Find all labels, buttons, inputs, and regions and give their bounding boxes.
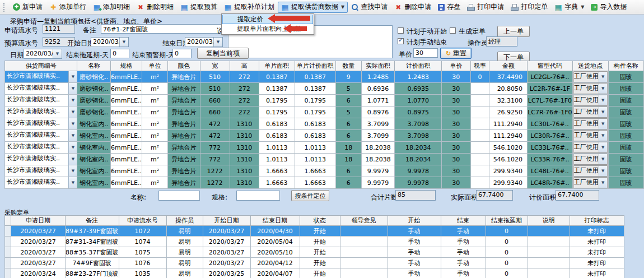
- menu-item-round-up-area[interactable]: 提取单片面积向上取整: [222, 24, 313, 34]
- combo-arrow-icon[interactable]: ▼: [68, 118, 77, 129]
- add-detail-button[interactable]: 添加明细: [90, 2, 133, 13]
- delivery-location-cell[interactable]: 工厂使用▼: [572, 165, 608, 177]
- delivery-location-cell[interactable]: 工厂使用▼: [572, 177, 608, 189]
- save-button[interactable]: 存盘: [435, 2, 464, 13]
- supplier-cell[interactable]: 长沙市潇湘玻璃实..▼: [5, 130, 77, 142]
- combo-arrow-icon[interactable]: ▼: [68, 71, 77, 82]
- remark-field[interactable]: 76#1-2F窗固玻: [101, 24, 222, 34]
- filter-spec-input[interactable]: [236, 191, 280, 201]
- table-row[interactable]: 长沙市潇湘玻璃实..▼磨砂钢化..6mmFLE..m²异地合片6602720.1…: [5, 95, 644, 106]
- combo-arrow-icon[interactable]: ▼: [599, 84, 607, 94]
- column-header[interactable]: 单片计价面积: [295, 61, 335, 71]
- extract-supplement-plan-button[interactable]: 提取补单计划: [221, 2, 278, 13]
- warn-field[interactable]: 0: [172, 49, 192, 58]
- column-header[interactable]: 领导意见: [340, 216, 388, 226]
- print-order-button[interactable]: 打印定单: [507, 2, 551, 13]
- column-header[interactable]: 金额: [489, 61, 528, 71]
- delivery-location-cell[interactable]: 工厂使用▼: [572, 95, 608, 106]
- add-row-button[interactable]: 添加单行: [46, 2, 90, 13]
- delivery-location-cell[interactable]: 工厂使用▼: [572, 142, 608, 154]
- column-header[interactable]: 高: [230, 61, 259, 71]
- supplier-cell[interactable]: 长沙市潇湘玻璃实..▼: [5, 95, 77, 106]
- table-row[interactable]: 2020/03/2488#23-27F门顶玻1035易明2020/03/2520…: [5, 268, 624, 278]
- reset-button[interactable]: ↻ 重置: [440, 48, 472, 59]
- manual-start-checkbox[interactable]: [398, 27, 404, 34]
- column-header[interactable]: 状态: [300, 216, 340, 226]
- supplier-cell[interactable]: 长沙市潇湘玻璃实..▼: [5, 71, 77, 83]
- combo-arrow-icon[interactable]: ▼: [599, 178, 607, 188]
- combo-arrow-icon[interactable]: ▼: [68, 83, 77, 94]
- column-header[interactable]: 打印标志: [570, 216, 624, 226]
- table-row[interactable]: 2020/03/2788#35-37F窗固玻1075易明2020/03/2720…: [5, 247, 624, 258]
- chevron-down-icon[interactable]: ▼: [213, 38, 222, 47]
- table-row[interactable]: 2020/03/2787#31-34F窗固玻1074易明2020/03/2720…: [5, 237, 624, 247]
- combo-arrow-icon[interactable]: ▼: [68, 95, 77, 106]
- combo-arrow-icon[interactable]: ▼: [599, 72, 607, 82]
- table-row[interactable]: 2020/03/2789#37-39F窗固玻1072易明2020/03/2720…: [5, 226, 624, 237]
- combo-arrow-icon[interactable]: ▼: [68, 165, 77, 177]
- start-date-combo[interactable]: 2020/03/21 ▼: [91, 37, 129, 47]
- extract-supplier-data-button[interactable]: 提取供货商数据▼: [278, 2, 348, 13]
- delete-detail-button[interactable]: 删除明细: [133, 2, 177, 13]
- column-header[interactable]: 颜色: [168, 61, 200, 71]
- delivery-location-cell[interactable]: 工厂使用▼: [572, 154, 608, 165]
- combo-arrow-icon[interactable]: ▼: [68, 177, 77, 188]
- copy-current-button[interactable]: 复制当前项: [197, 48, 249, 59]
- combo-arrow-icon[interactable]: ▼: [599, 131, 607, 141]
- supplier-cell[interactable]: 长沙市潇湘玻璃实..▼: [5, 177, 77, 189]
- combo-arrow-icon[interactable]: ▼: [68, 142, 77, 153]
- dictionary-button[interactable]: 字典▼: [551, 2, 587, 13]
- table-row[interactable]: 长沙市潇湘玻璃实..▼钢化室内..6mmFLE..m²异地合片127213101…: [5, 177, 644, 189]
- column-header[interactable]: 单价: [441, 61, 470, 71]
- column-header[interactable]: 构件名称: [608, 61, 643, 71]
- supplier-cell[interactable]: 长沙市潇湘玻璃实..▼: [5, 106, 77, 118]
- column-header[interactable]: 实际面积: [361, 61, 395, 71]
- table-row[interactable]: 长沙市潇湘玻璃实..▼钢化室内..6mmFLE..m²异地合片77213101.…: [5, 142, 644, 154]
- column-header[interactable]: 操作员: [166, 216, 203, 226]
- chevron-down-icon[interactable]: ▼: [119, 38, 128, 47]
- date-combo[interactable]: 2020/03/31 ▼: [24, 49, 62, 59]
- column-header[interactable]: 供货商编号: [5, 61, 77, 71]
- column-header[interactable]: 数量: [335, 61, 361, 71]
- combo-arrow-icon[interactable]: ▼: [599, 107, 607, 117]
- menu-item-extract-pricing[interactable]: 提取定价: [222, 15, 313, 24]
- table-row[interactable]: 长沙市潇湘玻璃实..▼钢化室内..6mmFLE..m²异地合片47213100.…: [5, 130, 644, 142]
- column-header[interactable]: 结束拖延期: [486, 216, 528, 226]
- table-row[interactable]: 长沙市潇湘玻璃实..▼钢化室内..6mmFLE..m²异地合片127213101…: [5, 165, 644, 177]
- toolbar-grip[interactable]: [3, 3, 7, 12]
- extract-budget-button[interactable]: 提取预算: [177, 2, 221, 13]
- import-data-button[interactable]: 导入数据: [587, 2, 630, 13]
- column-header[interactable]: 单片面积: [259, 61, 295, 71]
- table-row[interactable]: 2020/03/2774#9F窗固玻1076易明2020/03/272020/0…: [5, 258, 624, 268]
- generate-order-checkbox[interactable]: [450, 27, 456, 34]
- column-header[interactable]: 单位: [142, 61, 167, 71]
- chevron-down-icon[interactable]: ▼: [53, 49, 62, 58]
- table-row[interactable]: 长沙市潇湘玻璃实..▼磨砂钢化..6mmFLE..m²异地合片5102720.1…: [5, 71, 644, 83]
- column-header[interactable]: 结束: [441, 216, 486, 226]
- delivery-location-cell[interactable]: 工厂使用▼: [572, 106, 608, 118]
- previous-order-button[interactable]: 上一单: [497, 26, 530, 37]
- supplier-cell[interactable]: 长沙市潇湘玻璃实..▼: [5, 154, 77, 165]
- filter-name-input[interactable]: [158, 191, 200, 201]
- column-header[interactable]: 名称: [77, 61, 111, 71]
- end-date-combo[interactable]: 2020/03/28 ▼: [185, 37, 223, 47]
- combo-arrow-icon[interactable]: ▼: [68, 106, 77, 118]
- combo-arrow-icon[interactable]: ▼: [68, 130, 77, 141]
- supplier-cell[interactable]: 长沙市潇湘玻璃实..▼: [5, 118, 77, 130]
- combo-arrow-icon[interactable]: ▼: [68, 154, 77, 165]
- table-row[interactable]: 长沙市潇湘玻璃实..▼磨砂钢化..6mmFLE..m²异地合片5102720.1…: [5, 83, 644, 95]
- table-row[interactable]: 长沙市潇湘玻璃实..▼钢化室内..6mmFLE..m²异地合片77213101.…: [5, 154, 644, 165]
- column-header[interactable]: 窗型代码: [528, 61, 572, 71]
- delivery-location-cell[interactable]: 工厂使用▼: [572, 130, 608, 142]
- combo-arrow-icon[interactable]: ▼: [599, 154, 607, 164]
- column-header[interactable]: 规格: [111, 61, 142, 71]
- apply-no-field[interactable]: 1121: [43, 24, 75, 34]
- column-header[interactable]: 说明: [528, 216, 570, 226]
- column-header[interactable]: 开始: [388, 216, 441, 226]
- column-header[interactable]: 税率: [470, 61, 489, 71]
- column-header[interactable]: 结束日期: [250, 216, 300, 226]
- table-row[interactable]: 长沙市潇湘玻璃实..▼磨砂钢化..6mmFLE..m²异地合片6602720.1…: [5, 106, 644, 118]
- column-header[interactable]: 申请流水号: [119, 216, 166, 226]
- delete-request-button[interactable]: 删除申请: [391, 2, 435, 13]
- column-header[interactable]: 开始日期: [203, 216, 250, 226]
